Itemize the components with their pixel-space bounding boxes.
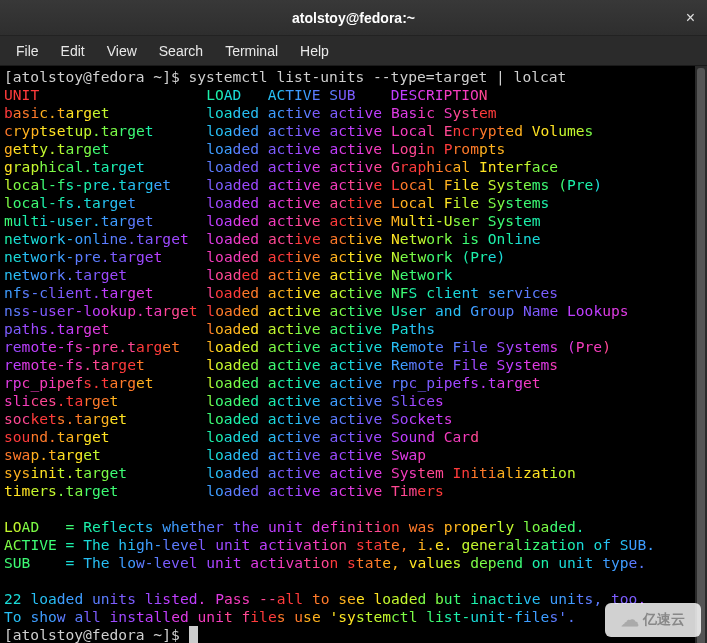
prompt-line: [atolstoy@fedora ~]$ [4, 626, 691, 643]
unit-row: rpc_pipefs.target loaded active active r… [4, 374, 691, 392]
unit-row: cryptsetup.target loaded active active L… [4, 122, 691, 140]
menu-terminal[interactable]: Terminal [215, 39, 288, 63]
unit-row: paths.target loaded active active Paths [4, 320, 691, 338]
unit-row: timers.target loaded active active Timer… [4, 482, 691, 500]
unit-row: network-pre.target loaded active active … [4, 248, 691, 266]
prompt-line: [atolstoy@fedora ~]$ systemctl list-unit… [4, 68, 691, 86]
blank-line [4, 500, 691, 518]
window-title: atolstoy@fedora:~ [292, 10, 415, 26]
unit-row: slices.target loaded active active Slice… [4, 392, 691, 410]
close-icon[interactable]: × [686, 9, 695, 27]
unit-row: network.target loaded active active Netw… [4, 266, 691, 284]
menu-file[interactable]: File [6, 39, 49, 63]
scrollbar-thumb[interactable] [697, 68, 705, 643]
unit-row: swap.target loaded active active Swap [4, 446, 691, 464]
unit-row: local-fs-pre.target loaded active active… [4, 176, 691, 194]
unit-row: remote-fs.target loaded active active Re… [4, 356, 691, 374]
unit-row: sockets.target loaded active active Sock… [4, 410, 691, 428]
legend-line: LOAD = Reflects whether the unit definit… [4, 518, 691, 536]
window-titlebar: atolstoy@fedora:~ × [0, 0, 707, 36]
cloud-icon: ☁ [621, 609, 639, 631]
unit-row: sysinit.target loaded active active Syst… [4, 464, 691, 482]
unit-row: nss-user-lookup.target loaded active act… [4, 302, 691, 320]
watermark: ☁ 亿速云 [605, 603, 701, 637]
table-header: UNIT LOAD ACTIVE SUB DESCRIPTION [4, 86, 691, 104]
summary-line: To show all installed unit files use 'sy… [4, 608, 691, 626]
menu-edit[interactable]: Edit [51, 39, 95, 63]
unit-row: local-fs.target loaded active active Loc… [4, 194, 691, 212]
legend-line: ACTIVE = The high-level unit activation … [4, 536, 691, 554]
legend-line: SUB = The low-level unit activation stat… [4, 554, 691, 572]
terminal-output[interactable]: [atolstoy@fedora ~]$ systemctl list-unit… [0, 66, 695, 643]
unit-row: getty.target loaded active active Login … [4, 140, 691, 158]
unit-row: remote-fs-pre.target loaded active activ… [4, 338, 691, 356]
menu-bar: File Edit View Search Terminal Help [0, 36, 707, 66]
unit-row: basic.target loaded active active Basic … [4, 104, 691, 122]
scrollbar[interactable] [695, 66, 707, 643]
unit-row: network-online.target loaded active acti… [4, 230, 691, 248]
unit-row: nfs-client.target loaded active active N… [4, 284, 691, 302]
unit-row: sound.target loaded active active Sound … [4, 428, 691, 446]
menu-search[interactable]: Search [149, 39, 213, 63]
watermark-text: 亿速云 [643, 611, 685, 629]
menu-view[interactable]: View [97, 39, 147, 63]
summary-line: 22 loaded units listed. Pass --all to se… [4, 590, 691, 608]
unit-row: multi-user.target loaded active active M… [4, 212, 691, 230]
cursor-block [189, 626, 198, 643]
unit-row: graphical.target loaded active active Gr… [4, 158, 691, 176]
menu-help[interactable]: Help [290, 39, 339, 63]
blank-line [4, 572, 691, 590]
